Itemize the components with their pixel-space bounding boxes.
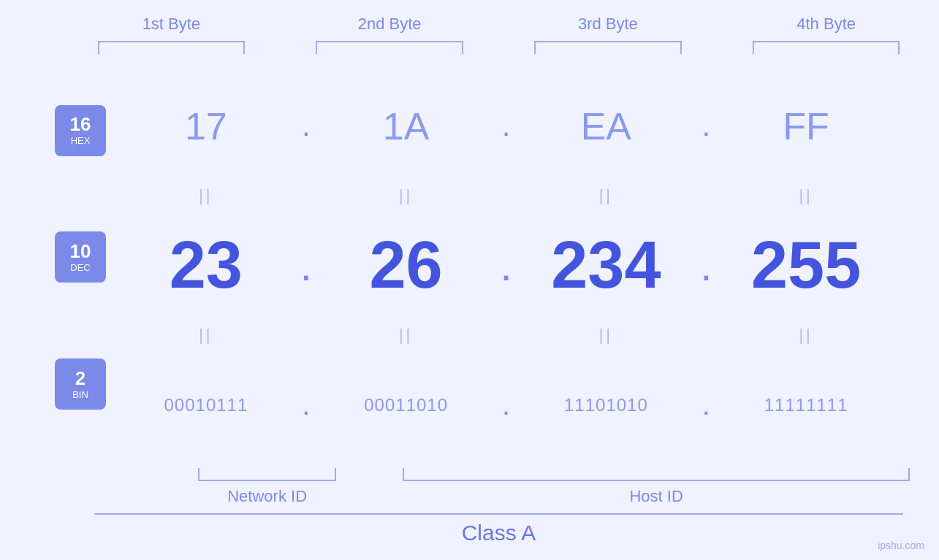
eq1-1: || (117, 186, 295, 205)
hex-num: 16 (70, 115, 91, 134)
hex-badge: 16 HEX (55, 105, 106, 156)
dot-hex-3: . (695, 110, 717, 142)
dot-hex-1: . (295, 110, 317, 142)
network-id-label: Network ID (175, 487, 359, 506)
dec-badge: 10 DEC (55, 231, 106, 283)
eq1-3: || (517, 186, 696, 205)
bin-badge: 2 BIN (55, 358, 106, 410)
dot-bin-2: . (495, 388, 517, 421)
dot-hex-2: . (495, 110, 517, 142)
bin-val-2: 00011010 (364, 395, 448, 415)
byte-header-2: 2nd Byte (292, 15, 488, 34)
equals-row-1: || || || || (117, 185, 895, 207)
dec-val-3: 234 (551, 228, 661, 303)
dot-dec-3: . (695, 240, 717, 291)
byte-headers: 1st Byte 2nd Byte 3rd Byte 4th Byte (73, 15, 924, 34)
hex-val-2: 1A (383, 104, 430, 148)
dec-val-1: 23 (170, 228, 243, 303)
bin-row: 00010111 . 00011010 . 11101010 . 1111111… (117, 346, 895, 464)
class-divider (94, 513, 903, 515)
hex-row: 17 . 1A . EA . FF (117, 67, 895, 185)
hex-label: HEX (71, 135, 91, 146)
bottom-brackets-section: Network ID Host ID (175, 468, 939, 506)
dec-val-4: 255 (751, 228, 861, 303)
bin-val-1: 00010111 (164, 395, 248, 415)
dec-row: 23 . 26 . 234 . 255 (117, 207, 895, 324)
hex-val-3: EA (581, 104, 631, 148)
eq2-4: || (717, 326, 895, 345)
byte-header-4: 4th Byte (728, 15, 924, 34)
eq2-3: || (517, 326, 696, 345)
dec-val-2: 26 (370, 228, 443, 303)
dec-label: DEC (70, 262, 90, 273)
host-id-label: Host ID (381, 487, 932, 506)
class-section: Class A (73, 513, 924, 545)
dot-dec-1: . (295, 240, 317, 291)
eq1-2: || (317, 186, 495, 205)
main-content: 16 HEX 10 DEC 2 BIN 17 . 1A . EA . FF (44, 67, 895, 506)
hex-val-1: 17 (185, 104, 227, 148)
eq2-1: || (117, 326, 295, 345)
byte-header-1: 1st Byte (73, 15, 270, 34)
class-label: Class A (462, 521, 536, 545)
bin-val-3: 11101010 (564, 395, 648, 415)
dot-dec-2: . (495, 240, 517, 291)
bin-num: 2 (75, 369, 85, 388)
byte-header-3: 3rd Byte (510, 15, 707, 34)
eq2-2: || (317, 326, 495, 345)
eq1-4: || (717, 186, 895, 205)
bin-val-4: 11111111 (764, 395, 848, 415)
top-brackets (73, 41, 924, 54)
watermark: ipshu.com (878, 540, 924, 551)
equals-row-2: || || || || (117, 324, 895, 346)
dec-num: 10 (70, 242, 91, 261)
hex-val-4: FF (783, 104, 829, 148)
bin-label: BIN (72, 389, 88, 400)
dot-bin-1: . (295, 388, 317, 421)
data-grid: 17 . 1A . EA . FF || || || || 23 (117, 67, 895, 506)
label-column: 16 HEX 10 DEC 2 BIN (44, 67, 117, 506)
dot-bin-3: . (695, 388, 717, 421)
